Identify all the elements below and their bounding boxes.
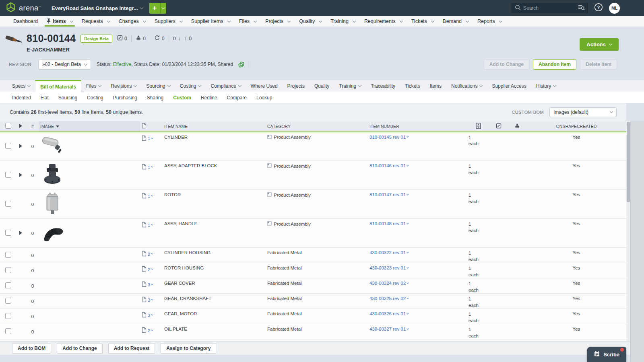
tab-supplier-access[interactable]: Supplier Access [487, 80, 531, 92]
nav-item-requests[interactable]: Requests [77, 16, 114, 27]
file-icon[interactable] [142, 135, 147, 142]
tab-projects[interactable]: Projects [283, 80, 310, 92]
row-checkbox[interactable] [5, 328, 11, 334]
item-number-link[interactable]: 810-00145 rev 01 [369, 135, 409, 140]
col-header-files[interactable] [140, 121, 163, 132]
subtab-redline[interactable]: Redline [196, 95, 222, 101]
arena-logo[interactable]: arena™ [6, 2, 41, 14]
subtab-custom[interactable]: Custom [168, 95, 196, 101]
file-icon[interactable] [142, 266, 147, 273]
search-box[interactable] [512, 3, 588, 13]
nav-item-projects[interactable]: Projects [261, 16, 295, 27]
file-icon[interactable] [142, 193, 147, 200]
subtab-purchasing[interactable]: Purchasing [108, 95, 142, 101]
avatar[interactable]: ML [609, 3, 620, 14]
item-number-link[interactable]: 430-00323 rev 01 [369, 265, 409, 270]
footer-button-add-to-bom[interactable]: Add to BOM [12, 343, 51, 354]
tab-where-used[interactable]: Where Used [246, 80, 283, 92]
expand-row-icon[interactable] [19, 144, 22, 148]
expand-all-icon[interactable] [19, 124, 22, 128]
search-input[interactable] [523, 5, 575, 11]
nav-item-requirements[interactable]: Requirements [360, 16, 407, 27]
tab-history[interactable]: History [531, 80, 561, 92]
file-count-link[interactable]: 1 [148, 194, 153, 199]
subtab-compare[interactable]: Compare [222, 95, 252, 101]
row-checkbox[interactable] [5, 143, 11, 149]
item-number-link[interactable]: 810-00148 rev 01 [369, 221, 409, 226]
sync-count[interactable]: 0 [154, 35, 165, 42]
tab-compliance[interactable]: Compliance [206, 80, 246, 92]
create-new-button[interactable]: + [149, 3, 160, 14]
footer-button-assign-to-category[interactable]: Assign to Category [161, 343, 216, 354]
col-header-item-name[interactable]: ITEM NAME [163, 121, 266, 132]
tab-training[interactable]: Training [334, 80, 366, 92]
subtab-lookup[interactable]: Lookup [252, 95, 277, 101]
create-new-dropdown[interactable] [160, 3, 166, 14]
footer-button-add-to-request[interactable]: Add to Request [108, 343, 155, 354]
tab-items[interactable]: Items [425, 80, 446, 92]
item-number-link[interactable]: 430-00327 rev 01 [369, 327, 409, 331]
file-count-link[interactable]: 3 [148, 298, 153, 302]
nav-item-tickets[interactable]: Tickets [407, 16, 438, 27]
file-icon[interactable] [142, 222, 147, 228]
col-header-approvals[interactable] [508, 121, 526, 132]
row-checkbox[interactable] [5, 313, 11, 319]
file-count-link[interactable]: 1 [148, 165, 153, 170]
footer-button-add-to-change[interactable]: Add to Change [57, 343, 102, 354]
row-checkbox[interactable] [5, 282, 11, 288]
tab-costing[interactable]: Costing [175, 80, 206, 92]
file-count-link[interactable]: 3 [148, 282, 153, 287]
row-checkbox[interactable] [5, 298, 11, 304]
tab-bill-of-materials[interactable]: Bill of Materials [35, 80, 81, 92]
tab-notifications[interactable]: Notifications [446, 80, 487, 92]
workspace-title-dropdown[interactable]: EveryRoad Sales Onshape Integr... [52, 5, 143, 11]
subtab-sharing[interactable]: Sharing [142, 95, 168, 101]
nav-item-dashboard[interactable]: Dashboard [9, 16, 42, 27]
add-to-change-button[interactable]: Add to Change [484, 59, 529, 70]
file-count-link[interactable]: 1 [148, 223, 153, 228]
row-checkbox[interactable] [5, 172, 11, 178]
tab-revisions[interactable]: Revisions [106, 80, 141, 92]
tab-specs[interactable]: Specs [7, 80, 35, 92]
subtab-sourcing[interactable]: Sourcing [54, 95, 82, 101]
advanced-search-icon[interactable] [578, 4, 585, 12]
abandon-item-button[interactable]: Abandon Item [533, 59, 576, 70]
item-number-link[interactable]: 430-00324 rev 02 [369, 281, 409, 286]
item-number-link[interactable]: 430-00326 rev 01 [369, 311, 409, 316]
row-checkbox[interactable] [5, 230, 11, 236]
row-checkbox[interactable] [5, 201, 11, 207]
subtab-flat[interactable]: Flat [36, 95, 54, 101]
tab-traceability[interactable]: Traceability [366, 80, 400, 92]
nav-item-supplier-items[interactable]: Supplier Items [187, 16, 235, 27]
scrollbar-thumb[interactable] [627, 122, 630, 202]
custom-bom-select[interactable]: Images (default) [549, 107, 617, 117]
delete-item-button[interactable]: Delete Item [580, 59, 617, 70]
file-icon[interactable] [142, 164, 147, 171]
nav-item-quality[interactable]: Quality [295, 16, 326, 27]
select-all-checkbox[interactable] [5, 123, 11, 129]
file-count-link[interactable]: 3 [148, 313, 153, 318]
col-header-quantity[interactable] [467, 121, 489, 132]
tab-sourcing[interactable]: Sourcing [141, 80, 175, 92]
row-checkbox[interactable] [5, 252, 11, 258]
nav-item-training[interactable]: Training [326, 16, 360, 27]
file-count-link[interactable]: 2 [148, 328, 153, 333]
subtab-costing[interactable]: Costing [82, 95, 108, 101]
col-header-notes[interactable] [489, 121, 508, 132]
help-icon[interactable]: ? [594, 3, 603, 13]
col-header-item-number[interactable]: ITEM NUMBER [368, 121, 467, 132]
item-number-link[interactable]: 430-00325 rev 02 [369, 296, 409, 301]
col-header-image[interactable]: IMAGE [39, 121, 140, 132]
item-number-link[interactable]: 810-00146 rev 01 [369, 163, 409, 168]
file-icon[interactable] [142, 251, 147, 257]
actions-button[interactable]: Actions [580, 38, 619, 51]
nav-item-files[interactable]: Files [235, 16, 261, 27]
file-icon[interactable] [142, 327, 147, 334]
approvals-count[interactable]: 0 [136, 35, 146, 42]
nav-item-reports[interactable]: Reports [473, 16, 506, 27]
col-header-onshapecreated[interactable]: ONSHAPECREATED [526, 121, 626, 132]
vertical-scrollbar[interactable] [626, 121, 630, 341]
tab-quality[interactable]: Quality [310, 80, 334, 92]
expand-row-icon[interactable] [19, 231, 22, 235]
tab-tickets[interactable]: Tickets [400, 80, 425, 92]
